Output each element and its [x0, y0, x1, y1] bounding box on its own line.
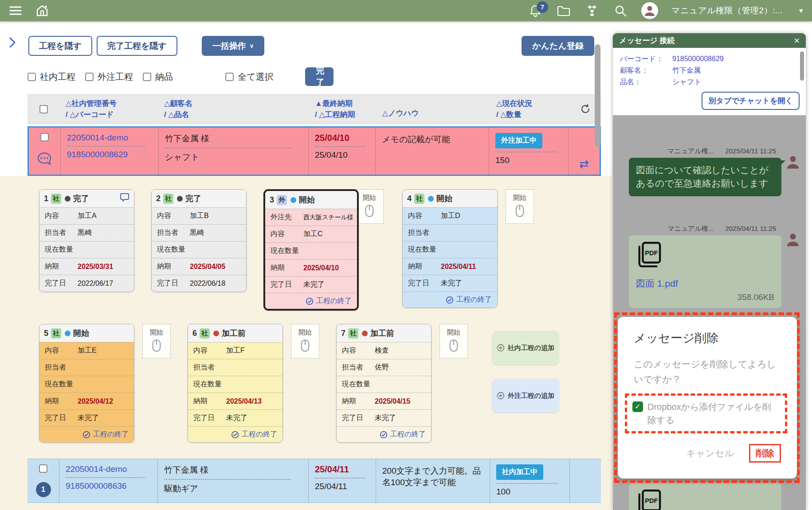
delete-dropbox-file-checkbox[interactable]: ✓ Dropboxから添付ファイルを削除する	[632, 400, 780, 427]
filter-delivery[interactable]: 納品	[143, 71, 173, 83]
field-label: 内容	[342, 346, 375, 355]
order-row-selected[interactable]: 22050014-demo 9185000008629 竹下金属 様 シャフト …	[27, 126, 601, 176]
process-card-4[interactable]: 4 社 開始 内容加工D 担当者 現在数量 納期2025/04/11 完了日未完…	[402, 189, 498, 308]
checkbox	[85, 73, 94, 81]
card-header: 1 社 完了	[39, 190, 134, 207]
start-process-button[interactable]: 開始	[142, 324, 171, 358]
field-label: 完了日	[45, 279, 78, 288]
process-card-3-selected[interactable]: 3 外 開始 外注先西大阪スチール様 内容加工C 現在数量 納期2025/04/…	[263, 189, 359, 311]
main-area: 工程を隠す 完了工程を隠す 一括操作 ∨ かんたん登録 社内工程 外注工程 納品	[0, 21, 612, 510]
file-size: 358.06KB	[636, 292, 774, 302]
field-label: 内容	[193, 346, 226, 355]
finish-process-label: 工程の終了	[316, 296, 352, 306]
row-checkbox[interactable]	[40, 133, 49, 141]
row-checkbox[interactable]	[39, 464, 47, 473]
manage-no-link[interactable]: 22050014-demo	[67, 133, 152, 143]
file-name-link[interactable]: 図面 1.pdf	[636, 277, 774, 290]
finish-process-link[interactable]: 工程の終了	[265, 293, 357, 309]
select-all-checkbox[interactable]: 全て選択	[225, 71, 273, 83]
process-number: 2	[156, 194, 161, 203]
dropbox-icon[interactable]	[584, 3, 600, 18]
add-external-process-button[interactable]: 外注工程の追加	[492, 379, 559, 413]
process-card-7[interactable]: 7 社 加工前 内容検査 担当者佐野 現在数量 納期2025/04/15 完了日…	[336, 324, 431, 443]
field-value: 佐野	[375, 363, 389, 372]
filter-internal-process[interactable]: 社内工程	[27, 71, 75, 83]
sort-manage-no-column[interactable]: △社内管理番号 / △バーコード	[59, 95, 158, 123]
start-process-button[interactable]: 開始	[506, 189, 534, 224]
check-circle-icon	[380, 431, 388, 439]
checkbox	[39, 105, 48, 113]
process-card-5[interactable]: 5 社 開始 内容加工E 担当者 現在数量 納期2025/04/12 完了日未完…	[39, 324, 134, 443]
start-process-button[interactable]: 開始	[439, 324, 468, 358]
filter-external-process[interactable]: 外注工程	[85, 71, 133, 83]
pdf-file-icon: PDF	[636, 489, 662, 510]
field-value: 黒崎	[78, 228, 92, 237]
field-value: 加工B	[190, 211, 209, 221]
home-icon[interactable]	[35, 3, 50, 18]
barcode-link[interactable]: 9185000008636	[66, 481, 151, 491]
card-header: 2 社 完了	[152, 190, 246, 207]
status-dot	[65, 196, 71, 202]
hamburger-menu-icon[interactable]	[8, 3, 23, 18]
order-row-2[interactable]: 1 22050014-demo 9185000008636 竹下金属 様 駆動ギ…	[27, 459, 601, 503]
header-select-all[interactable]	[27, 95, 59, 123]
plus-circle-icon	[497, 392, 505, 400]
sort-due-column[interactable]: ▲最終納期 / △工程納期	[309, 95, 376, 123]
manage-no-link[interactable]: 22050014-demo	[66, 464, 151, 474]
process-type-badge: 社	[163, 194, 173, 204]
comment-icon[interactable]	[120, 193, 129, 204]
chat-bubble-icon[interactable]	[36, 152, 53, 169]
process-card-2[interactable]: 2 社 完了 内容加工B 担当者黒崎 現在数量 納期2025/04/05 完了日…	[151, 189, 247, 292]
quantity-value: 100	[496, 487, 563, 497]
panel-scrollbar-thumb[interactable]	[800, 51, 804, 81]
chevron-down-icon[interactable]: ▼	[798, 7, 804, 14]
sort-status-column[interactable]: △現在状況 / △数量	[490, 95, 570, 123]
close-icon[interactable]: ×	[794, 35, 800, 47]
cancel-button[interactable]: キャンセル	[686, 447, 734, 459]
barcode-link[interactable]: 9185000008629	[67, 150, 152, 160]
open-chat-new-tab-button[interactable]: 別タブでチャットを開く	[702, 92, 800, 110]
sort-knowhow-column[interactable]: △ノウハウ	[376, 95, 490, 123]
card-header: 7 社 加工前	[337, 324, 431, 342]
card-header: 3 外 開始	[265, 191, 357, 209]
mouse-icon	[515, 204, 525, 218]
swap-icon[interactable]: ⇄	[579, 157, 589, 171]
user-avatar[interactable]	[641, 2, 658, 19]
finish-process-link[interactable]: 工程の終了	[403, 292, 497, 308]
search-icon[interactable]	[613, 3, 628, 18]
easy-register-button[interactable]: かんたん登録	[522, 36, 594, 56]
process-card-6[interactable]: 6 社 加工前 内容加工F 担当者 現在数量 納期2025/04/13 完了日未…	[188, 324, 283, 443]
column-label: / △数量	[496, 109, 564, 120]
file-message-bubble: PDF	[629, 483, 781, 510]
hide-process-button[interactable]: 工程を隠す	[28, 36, 92, 56]
field-label: 完了日	[45, 413, 78, 423]
finish-process-link[interactable]: 工程の終了	[39, 426, 134, 442]
column-label: △現在状況	[496, 98, 564, 109]
pdf-label: PDF	[645, 497, 658, 504]
finish-process-link[interactable]: 工程の終了	[188, 426, 282, 442]
knowhow-memo: メモの記載が可能	[382, 133, 482, 145]
finish-process-link[interactable]: 工程の終了	[337, 426, 431, 442]
start-process-button[interactable]: 開始	[355, 189, 384, 224]
customer-name: 竹下金属 様	[164, 464, 302, 476]
done-button[interactable]: 完了	[305, 67, 333, 86]
user-menu-label[interactable]: マニュアル権限（管理2）:...	[671, 5, 783, 16]
hide-completed-process-button[interactable]: 完了工程を隠す	[97, 36, 177, 56]
expand-sidebar-chevron-icon[interactable]	[8, 37, 17, 50]
bulk-action-button[interactable]: 一括操作 ∨	[202, 36, 265, 56]
start-process-button[interactable]: 開始	[291, 324, 319, 358]
final-due-date: 25/04/10	[315, 133, 369, 143]
filter-row: 社内工程 外注工程 納品 全て選択 完了	[27, 68, 612, 86]
pdf-label: PDF	[645, 249, 658, 257]
sort-customer-column[interactable]: △顧客名 / △品名	[158, 95, 309, 123]
process-card-1[interactable]: 1 社 完了 内容加工A 担当者黒崎 現在数量 納期2025/03/31 完了日…	[39, 189, 134, 292]
field-label: 現在数量	[342, 380, 375, 389]
folder-icon[interactable]	[556, 3, 571, 18]
delete-button[interactable]: 削除	[749, 444, 781, 463]
notifications-bell-icon[interactable]: 7	[528, 3, 543, 18]
main-scrollbar-thumb[interactable]	[595, 44, 600, 147]
field-label: 現在数量	[45, 380, 78, 389]
row-index-badge: 1	[36, 482, 51, 497]
field-label: 納期	[45, 397, 78, 406]
add-internal-process-button[interactable]: 社内工程の追加	[492, 331, 559, 365]
